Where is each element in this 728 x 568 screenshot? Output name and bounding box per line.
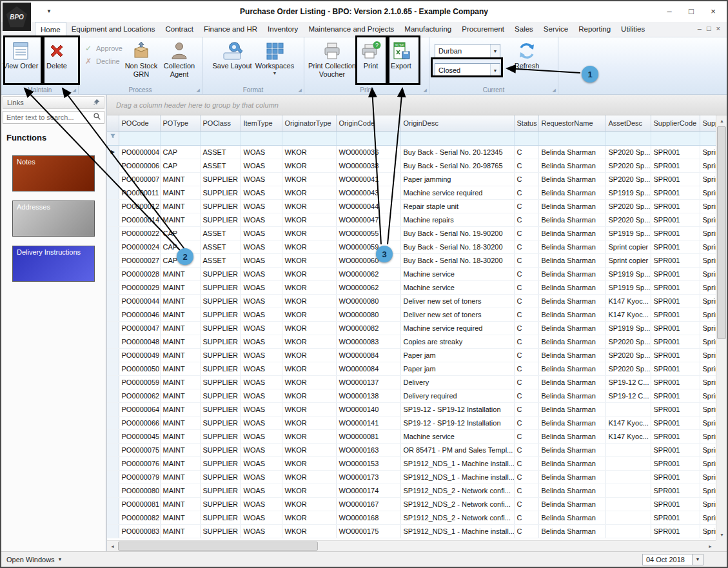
- cell-status[interactable]: C: [514, 186, 538, 199]
- cell-itemtype[interactable]: WOAS: [241, 213, 282, 226]
- mdi-minimize-icon[interactable]: –: [698, 24, 702, 32]
- site-dropdown[interactable]: Durban ▼: [435, 44, 500, 58]
- table-row[interactable]: PO0000012MAINTSUPPLIERWOASWKORWO0000044R…: [107, 199, 716, 213]
- cell-originatortype[interactable]: WKOR: [282, 267, 336, 280]
- cell-itemtype[interactable]: WOAS: [241, 484, 282, 497]
- tab-procurement[interactable]: Procurement: [457, 22, 509, 37]
- cell-origindesc[interactable]: SP1912_NDS_2 - Network confi...: [400, 484, 514, 497]
- cell-origincode[interactable]: WO0000062: [336, 267, 400, 280]
- function-tile-delivery-instructions[interactable]: Delivery Instructions: [12, 246, 95, 282]
- cell-origincode[interactable]: WO0000168: [336, 511, 400, 524]
- function-tile-addresses[interactable]: Addresses: [12, 201, 95, 237]
- cell-itemtype[interactable]: WOAS: [241, 470, 282, 484]
- table-row[interactable]: PO0000045MAINTSUPPLIERWOASWKORWO0000081M…: [107, 429, 716, 443]
- cell-requestorname[interactable]: Belinda Sharman: [538, 213, 605, 226]
- cell-status[interactable]: C: [514, 497, 538, 511]
- cell-poclass[interactable]: SUPPLIER: [200, 213, 241, 226]
- cell-requestorname[interactable]: Belinda Sharman: [538, 511, 605, 524]
- cell-requestorname[interactable]: Belinda Sharman: [538, 497, 605, 511]
- cell-suppliern[interactable]: Sprint: [700, 280, 716, 294]
- cell-originatortype[interactable]: WKOR: [282, 416, 336, 429]
- cell-suppliercode[interactable]: SPR001: [651, 443, 700, 456]
- cell-requestorname[interactable]: Belinda Sharman: [538, 375, 605, 389]
- filter-cell-itemtype[interactable]: [241, 131, 282, 145]
- filter-cell-originatortype[interactable]: [282, 131, 336, 145]
- cell-pocode[interactable]: PO0000082: [119, 511, 160, 524]
- cell-assetdesc[interactable]: K147 Kyoc...: [605, 416, 651, 429]
- cell-requestorname[interactable]: Belinda Sharman: [538, 172, 605, 186]
- cell-suppliercode[interactable]: SPR001: [651, 335, 700, 348]
- cell-status[interactable]: C: [514, 416, 538, 429]
- cell-suppliercode[interactable]: SPR001: [651, 280, 700, 294]
- cell-poclass[interactable]: SUPPLIER: [200, 429, 241, 443]
- cell-origincode[interactable]: WO0000036: [336, 145, 400, 159]
- cell-pocode[interactable]: PO0000075: [119, 443, 160, 456]
- cell-assetdesc[interactable]: [605, 511, 651, 524]
- search-icon[interactable]: [93, 112, 101, 123]
- cell-poclass[interactable]: SUPPLIER: [200, 524, 241, 538]
- cell-poclass[interactable]: SUPPLIER: [200, 267, 241, 280]
- cell-pocode[interactable]: PO0000045: [119, 429, 160, 443]
- cell-suppliercode[interactable]: SPR001: [651, 199, 700, 213]
- cell-suppliercode[interactable]: SPR001: [651, 362, 700, 375]
- cell-potype[interactable]: MAINT: [160, 416, 200, 429]
- cell-poclass[interactable]: SUPPLIER: [200, 321, 241, 335]
- table-row[interactable]: PO0000049MAINTSUPPLIERWOASWKORWO0000084P…: [107, 348, 716, 362]
- cell-requestorname[interactable]: Belinda Sharman: [538, 240, 605, 253]
- cell-itemtype[interactable]: WOAS: [241, 280, 282, 294]
- cell-suppliern[interactable]: Sprint: [700, 362, 716, 375]
- cell-pocode[interactable]: PO0000044: [119, 294, 160, 308]
- cell-status[interactable]: C: [514, 389, 538, 402]
- cell-poclass[interactable]: SUPPLIER: [200, 294, 241, 308]
- maximize-button[interactable]: □: [682, 4, 701, 18]
- cell-requestorname[interactable]: Belinda Sharman: [538, 253, 605, 267]
- cell-origincode[interactable]: WO0000141: [336, 416, 400, 429]
- cell-origincode[interactable]: WO0000167: [336, 497, 400, 511]
- cell-itemtype[interactable]: WOAS: [241, 511, 282, 524]
- cell-pocode[interactable]: PO0000064: [119, 402, 160, 416]
- cell-status[interactable]: C: [514, 172, 538, 186]
- dialog-launcher-icon[interactable]: ◢: [424, 88, 427, 93]
- cell-status[interactable]: C: [514, 226, 538, 240]
- cell-originatortype[interactable]: WKOR: [282, 484, 336, 497]
- scroll-down-icon[interactable]: ▼: [716, 529, 727, 540]
- column-header-origindesc[interactable]: OriginDesc: [400, 115, 514, 131]
- cell-origincode[interactable]: WO0000055: [336, 226, 400, 240]
- cell-status[interactable]: C: [514, 280, 538, 294]
- cell-status[interactable]: C: [514, 308, 538, 321]
- cell-suppliercode[interactable]: SPR001: [651, 416, 700, 429]
- cell-origincode[interactable]: WO0000047: [336, 213, 400, 226]
- cell-originatortype[interactable]: WKOR: [282, 375, 336, 389]
- cell-poclass[interactable]: SUPPLIER: [200, 375, 241, 389]
- cell-poclass[interactable]: ASSET: [200, 159, 241, 172]
- cell-suppliern[interactable]: Sprint: [700, 511, 716, 524]
- cell-assetdesc[interactable]: SP1919 Sp...: [605, 267, 651, 280]
- table-row[interactable]: PO0000079MAINTSUPPLIERWOASWKORWO0000173S…: [107, 470, 716, 484]
- column-header-potype[interactable]: POType: [160, 115, 200, 131]
- cell-potype[interactable]: MAINT: [160, 267, 200, 280]
- collection-agent-button[interactable]: Collection Agent: [160, 39, 199, 85]
- cell-pocode[interactable]: PO0000050: [119, 362, 160, 375]
- cell-suppliercode[interactable]: SPR001: [651, 145, 700, 159]
- cell-poclass[interactable]: ASSET: [200, 240, 241, 253]
- open-windows-button[interactable]: Open Windows ▼: [6, 556, 63, 563]
- cell-requestorname[interactable]: Belinda Sharman: [538, 389, 605, 402]
- cell-origindesc[interactable]: SP1912_NDS_2 - Network confi...: [400, 511, 514, 524]
- cell-assetdesc[interactable]: SP2020 Sp...: [605, 335, 651, 348]
- horizontal-scrollbar[interactable]: ◄ ►: [107, 540, 716, 551]
- cell-potype[interactable]: MAINT: [160, 497, 200, 511]
- cell-poclass[interactable]: SUPPLIER: [200, 389, 241, 402]
- table-row[interactable]: PO0000011MAINTSUPPLIERWOASWKORWO0000043M…: [107, 186, 716, 199]
- tab-contract[interactable]: Contract: [160, 22, 198, 37]
- cell-origindesc[interactable]: Paper jam: [400, 348, 514, 362]
- cell-status[interactable]: C: [514, 294, 538, 308]
- column-header-originatortype[interactable]: OriginatorType: [282, 115, 336, 131]
- cell-potype[interactable]: MAINT: [160, 213, 200, 226]
- table-row[interactable]: PO0000062MAINTSUPPLIERWOASWKORWO0000138D…: [107, 389, 716, 402]
- cell-originatortype[interactable]: WKOR: [282, 172, 336, 186]
- delete-button[interactable]: Delete: [39, 39, 75, 85]
- tab-equipment-and-locations[interactable]: Equipment and Locations: [66, 22, 161, 37]
- cell-origindesc[interactable]: SP1912_NDS_1 - Machine install...: [400, 470, 514, 484]
- cell-assetdesc[interactable]: SP1919 Sp...: [605, 186, 651, 199]
- cell-suppliercode[interactable]: SPR001: [651, 389, 700, 402]
